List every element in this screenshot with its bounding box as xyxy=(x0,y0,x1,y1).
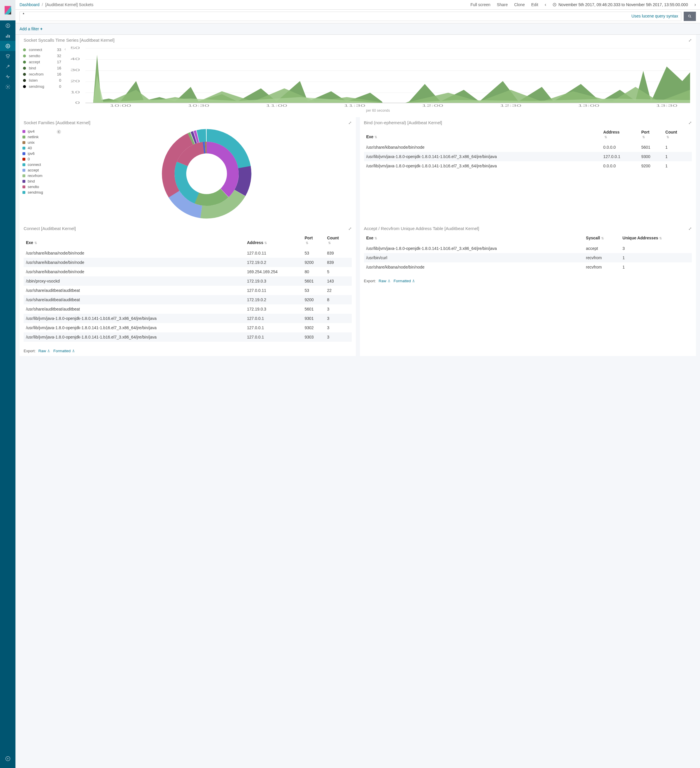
table-cell: 53 xyxy=(302,286,324,295)
timeseries-chart[interactable]: 50 40 30 20 10 0 xyxy=(65,45,696,114)
export-raw-link[interactable]: Raw xyxy=(379,279,391,283)
legend-item[interactable]: sendmsg xyxy=(22,189,60,195)
legend-item[interactable]: recvfrom16 xyxy=(23,71,61,77)
table-cell: 22 xyxy=(324,286,352,295)
legend-item[interactable]: bind16 xyxy=(23,65,61,71)
col-port[interactable]: Port⇅ xyxy=(302,233,324,248)
expand-icon[interactable]: ⤢ xyxy=(348,226,352,231)
breadcrumb-root[interactable]: Dashboard xyxy=(19,2,40,7)
col-address[interactable]: Address⇅ xyxy=(245,233,302,248)
legend-collapse-icon[interactable]: ‹ xyxy=(64,46,66,51)
export-formatted-link[interactable]: Formatted xyxy=(394,279,416,283)
full-screen-button[interactable]: Full screen xyxy=(470,2,490,7)
donut-chart[interactable] xyxy=(60,129,353,219)
legend-item[interactable]: netlink xyxy=(22,134,60,140)
nav-management-icon[interactable] xyxy=(0,82,16,92)
table-row[interactable]: /usr/lib/jvm/java-1.8.0-openjdk-1.8.0.14… xyxy=(364,244,692,253)
table-row[interactable]: /usr/bin/curlrecvfrom1 xyxy=(364,253,692,262)
kibana-logo[interactable] xyxy=(0,0,16,21)
legend-item[interactable]: connect33 xyxy=(23,46,61,53)
table-cell: /usr/share/kibana/node/bin/node xyxy=(24,267,245,277)
legend-label: ipv4 xyxy=(28,129,35,134)
x-tick: 12:00 xyxy=(422,104,444,107)
legend-collapse-icon[interactable] xyxy=(56,129,61,135)
table-row[interactable]: /usr/share/kibana/node/bin/node172.19.0.… xyxy=(24,258,352,267)
legend-item[interactable]: connect xyxy=(22,162,60,167)
table-row[interactable]: /usr/lib/jvm/java-1.8.0-openjdk-1.8.0.14… xyxy=(24,323,352,333)
legend-item[interactable]: accept xyxy=(22,167,60,173)
col-unique[interactable]: Unique Addresses⇅ xyxy=(620,233,692,244)
y-tick: 20 xyxy=(70,79,80,83)
donut-legend: ipv4netlinkunix40ipv60connectacceptrecvf… xyxy=(22,129,60,219)
clone-button[interactable]: Clone xyxy=(514,2,525,7)
nav-discover-icon[interactable] xyxy=(0,21,16,30)
legend-item[interactable]: sendto32 xyxy=(23,53,61,59)
export-formatted-link[interactable]: Formatted xyxy=(53,349,75,353)
add-filter-label: Add a filter xyxy=(19,27,39,31)
time-range-picker[interactable]: November 5th 2017, 09:46:20.333 to Novem… xyxy=(553,2,688,7)
table-cell: 80 xyxy=(302,267,324,277)
time-next-icon[interactable]: › xyxy=(694,2,696,7)
legend-item[interactable]: 40 xyxy=(22,145,60,151)
bind-table: Exe⇅ Address⇅ Port⇅ Count⇅ /usr/share/ki… xyxy=(364,127,692,171)
panel-title: Socket Families [Auditbeat Kernel] xyxy=(24,120,90,125)
table-row[interactable]: /usr/share/auditbeat/auditbeat172.19.0.2… xyxy=(24,295,352,304)
share-button[interactable]: Share xyxy=(497,2,508,7)
table-row[interactable]: /usr/share/kibana/node/bin/node169.254.1… xyxy=(24,267,352,277)
export-raw-link[interactable]: Raw xyxy=(38,349,51,353)
col-syscall[interactable]: Syscall⇅ xyxy=(584,233,620,244)
search-button[interactable] xyxy=(684,12,696,21)
add-filter-button[interactable]: Add a filter + xyxy=(19,27,43,31)
legend-count: 17 xyxy=(57,60,61,64)
query-help-link[interactable]: Uses lucene query syntax xyxy=(631,14,678,18)
table-row[interactable]: /usr/lib/jvm/java-1.8.0-openjdk-1.8.0.14… xyxy=(364,152,692,161)
legend-item[interactable]: sendmsg0 xyxy=(23,83,61,90)
query-input[interactable] xyxy=(23,12,416,17)
nav-timelion-icon[interactable] xyxy=(0,51,16,61)
time-prev-icon[interactable]: ‹ xyxy=(545,2,546,7)
nav-visualize-icon[interactable] xyxy=(0,30,16,41)
table-row[interactable]: /usr/lib/jvm/java-1.8.0-openjdk-1.8.0.14… xyxy=(24,333,352,342)
nav-collapse-icon[interactable] xyxy=(0,754,16,764)
table-row[interactable]: /sbin/proxy-vsockd172.19.0.35601143 xyxy=(24,277,352,286)
legend-item[interactable]: listen0 xyxy=(23,77,61,83)
download-icon xyxy=(412,279,415,283)
legend-item[interactable]: recvfrom xyxy=(22,173,60,178)
nav-devtools-icon[interactable] xyxy=(0,61,16,72)
col-count[interactable]: Count⇅ xyxy=(663,127,692,142)
col-address[interactable]: Address⇅ xyxy=(601,127,639,142)
table-cell: /usr/lib/jvm/java-1.8.0-openjdk-1.8.0.14… xyxy=(24,323,245,333)
table-row[interactable]: /usr/share/auditbeat/auditbeat127.0.0.11… xyxy=(24,286,352,295)
col-count[interactable]: Count⇅ xyxy=(324,233,352,248)
legend-item[interactable]: 0 xyxy=(22,156,60,162)
edit-button[interactable]: Edit xyxy=(531,2,538,7)
expand-icon[interactable]: ⤢ xyxy=(688,38,692,43)
sort-icon: ⇅ xyxy=(601,237,604,240)
breadcrumb-separator: / xyxy=(42,2,43,7)
table-row[interactable]: /usr/share/auditbeat/auditbeat172.19.0.3… xyxy=(24,304,352,314)
legend-item[interactable]: ipv6 xyxy=(22,151,60,156)
table-row[interactable]: /usr/lib/jvm/java-1.8.0-openjdk-1.8.0.14… xyxy=(364,161,692,171)
table-row[interactable]: /usr/share/kibana/node/bin/node127.0.0.1… xyxy=(24,248,352,258)
export-label: Export: xyxy=(364,279,376,283)
legend-swatch xyxy=(22,186,26,188)
table-row[interactable]: /usr/share/kibana/node/bin/node0.0.0.056… xyxy=(364,142,692,152)
legend-item[interactable]: ipv4 xyxy=(22,129,60,134)
legend-item[interactable]: sendto xyxy=(22,184,60,189)
expand-icon[interactable]: ⤢ xyxy=(688,120,692,125)
col-exe[interactable]: Exe⇅ xyxy=(24,233,245,248)
table-cell: 127.0.0.1 xyxy=(245,323,302,333)
nav-monitoring-icon[interactable] xyxy=(0,72,16,82)
legend-item[interactable]: accept17 xyxy=(23,59,61,65)
expand-icon[interactable]: ⤢ xyxy=(348,120,352,125)
expand-icon[interactable]: ⤢ xyxy=(688,226,692,231)
col-port[interactable]: Port⇅ xyxy=(639,127,663,142)
nav-dashboard-icon[interactable] xyxy=(0,41,16,51)
legend-item[interactable]: bind xyxy=(22,178,60,184)
table-row[interactable]: /usr/share/kibana/node/bin/noderecvfrom1 xyxy=(364,262,692,272)
col-exe[interactable]: Exe⇅ xyxy=(364,127,601,142)
legend-label: accept xyxy=(29,60,57,64)
legend-item[interactable]: unix xyxy=(22,140,60,145)
col-exe[interactable]: Exe⇅ xyxy=(364,233,584,244)
table-row[interactable]: /usr/lib/jvm/java-1.8.0-openjdk-1.8.0.14… xyxy=(24,314,352,323)
